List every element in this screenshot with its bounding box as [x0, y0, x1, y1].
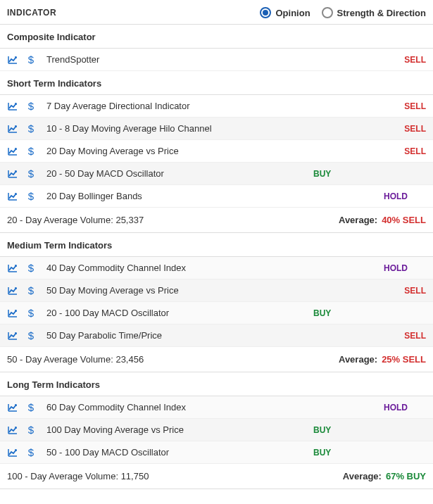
average-value: 67% BUY — [386, 471, 426, 481]
radio-unselected-icon — [322, 7, 333, 18]
dollar-icon[interactable]: $ — [25, 285, 37, 296]
chart-icon[interactable] — [7, 168, 18, 179]
svg-text:$: $ — [28, 308, 34, 319]
average-label: Average: — [339, 354, 382, 365]
chart-icon[interactable] — [7, 402, 18, 413]
indicator-row: $ 60 Day Commodity Channel IndexHOLD — [0, 396, 433, 419]
indicator-row: $ TrendSpotterSELL — [0, 49, 433, 71]
chart-icon[interactable] — [7, 424, 18, 436]
row-icons: $ — [7, 424, 38, 436]
indicator-name: 100 Day Moving Average vs Price — [38, 424, 184, 435]
signal-value: HOLD — [349, 191, 426, 201]
svg-text:$: $ — [28, 191, 34, 202]
dollar-icon[interactable]: $ — [25, 330, 37, 341]
indicator-row: $ 100 Day Moving Average vs PriceBUY — [0, 419, 433, 441]
indicator-row: $ 20 Day Bollinger BandsHOLD — [0, 185, 433, 208]
indicator-name: 20 - 100 Day MACD Oscillator — [38, 308, 169, 318]
chart-icon[interactable] — [7, 101, 18, 112]
indicator-row: $ 50 Day Parabolic Time/PriceSELL — [0, 325, 433, 347]
summary-volume: 50 - Day Average Volume: 23,456 — [7, 354, 339, 365]
indicator-name: 20 Day Bollinger Bands — [38, 191, 142, 201]
indicator-row: $ 40 Day Commodity Channel IndexHOLD — [0, 257, 433, 279]
view-radio-group: Opinion Strength & Direction — [260, 7, 426, 18]
summary-row: 20 - Day Average Volume: 25,337Average:4… — [0, 208, 433, 233]
chart-icon[interactable] — [7, 308, 18, 319]
radio-strength[interactable]: Strength & Direction — [322, 7, 426, 18]
svg-text:$: $ — [28, 402, 34, 413]
chart-icon[interactable] — [7, 191, 18, 202]
row-icons: $ — [7, 54, 38, 65]
row-icons: $ — [7, 447, 38, 458]
indicator-name: 60 Day Commodity Channel Index — [38, 402, 186, 412]
signal-value: SELL — [398, 101, 426, 111]
indicator-name: 50 - 100 Day MACD Oscillator — [38, 447, 169, 458]
signal-value: BUY — [313, 425, 426, 435]
radio-strength-label: Strength & Direction — [337, 8, 426, 18]
row-icons: $ — [7, 308, 38, 319]
dollar-icon[interactable]: $ — [25, 447, 37, 458]
dollar-icon[interactable]: $ — [25, 308, 37, 319]
svg-text:$: $ — [28, 54, 34, 65]
summary-row: 50 - Day Average Volume: 23,456Average:2… — [0, 347, 433, 372]
average-label: Average: — [343, 471, 386, 481]
summary-volume: 100 - Day Average Volume: 11,750 — [7, 471, 343, 481]
section-header: Medium Term Indicators — [0, 233, 433, 257]
indicator-row: $ 20 - 50 Day MACD OscillatorBUY — [0, 163, 433, 185]
svg-text:$: $ — [28, 285, 34, 296]
indicator-name: 10 - 8 Day Moving Average Hilo Channel — [38, 123, 212, 134]
summary-volume: 20 - Day Average Volume: 25,337 — [7, 215, 339, 225]
signal-value: SELL — [398, 124, 426, 134]
row-icons: $ — [7, 123, 38, 134]
dollar-icon[interactable]: $ — [25, 402, 37, 413]
chart-icon[interactable] — [7, 263, 18, 274]
dollar-icon[interactable]: $ — [25, 123, 37, 134]
row-icons: $ — [7, 101, 38, 112]
svg-text:$: $ — [28, 447, 34, 458]
signal-value: HOLD — [349, 263, 426, 273]
chart-icon[interactable] — [7, 146, 18, 157]
indicator-name: 50 Day Moving Average vs Price — [38, 285, 179, 296]
dollar-icon[interactable]: $ — [25, 54, 37, 65]
dollar-icon[interactable]: $ — [25, 146, 37, 157]
chart-icon[interactable] — [7, 447, 18, 458]
indicator-name: 50 Day Parabolic Time/Price — [38, 330, 162, 341]
indicator-row: $ 20 - 100 Day MACD OscillatorBUY — [0, 302, 433, 325]
svg-text:$: $ — [28, 330, 34, 341]
row-icons: $ — [7, 168, 38, 179]
indicator-name: 40 Day Commodity Channel Index — [38, 263, 186, 273]
chart-icon[interactable] — [7, 123, 18, 134]
signal-value: BUY — [313, 169, 426, 179]
svg-text:$: $ — [28, 424, 34, 436]
row-icons: $ — [7, 191, 38, 202]
indicator-row: $ 10 - 8 Day Moving Average Hilo Channel… — [0, 118, 433, 140]
dollar-icon[interactable]: $ — [25, 101, 37, 112]
radio-selected-icon — [260, 7, 271, 18]
radio-opinion-label: Opinion — [275, 8, 310, 18]
chart-icon[interactable] — [7, 54, 18, 65]
svg-text:$: $ — [28, 123, 34, 134]
svg-text:$: $ — [28, 168, 34, 179]
summary-row: 100 - Day Average Volume: 11,750Average:… — [0, 464, 433, 489]
row-icons: $ — [7, 146, 38, 157]
row-icons: $ — [7, 263, 38, 274]
dollar-icon[interactable]: $ — [25, 424, 37, 436]
svg-text:$: $ — [28, 263, 34, 274]
svg-text:$: $ — [28, 146, 34, 157]
dollar-icon[interactable]: $ — [25, 263, 37, 274]
row-icons: $ — [7, 330, 38, 341]
indicator-name: 7 Day Average Directional Indicator — [38, 101, 190, 111]
signal-value: SELL — [398, 331, 426, 341]
chart-icon[interactable] — [7, 285, 18, 296]
section-header: Short Term Indicators — [0, 71, 433, 95]
indicator-row: $ 7 Day Average Directional IndicatorSEL… — [0, 95, 433, 118]
radio-opinion[interactable]: Opinion — [260, 7, 310, 18]
row-icons: $ — [7, 402, 38, 413]
indicator-row: $ 20 Day Moving Average vs PriceSELL — [0, 140, 433, 163]
chart-icon[interactable] — [7, 330, 18, 341]
indicator-row: $ 50 - 100 Day MACD OscillatorBUY — [0, 441, 433, 464]
average-value: 25% SELL — [382, 354, 426, 365]
dollar-icon[interactable]: $ — [25, 168, 37, 179]
dollar-icon[interactable]: $ — [25, 191, 37, 202]
section-header: Long Term Indicators — [0, 372, 433, 396]
indicator-name: 20 Day Moving Average vs Price — [38, 146, 179, 156]
